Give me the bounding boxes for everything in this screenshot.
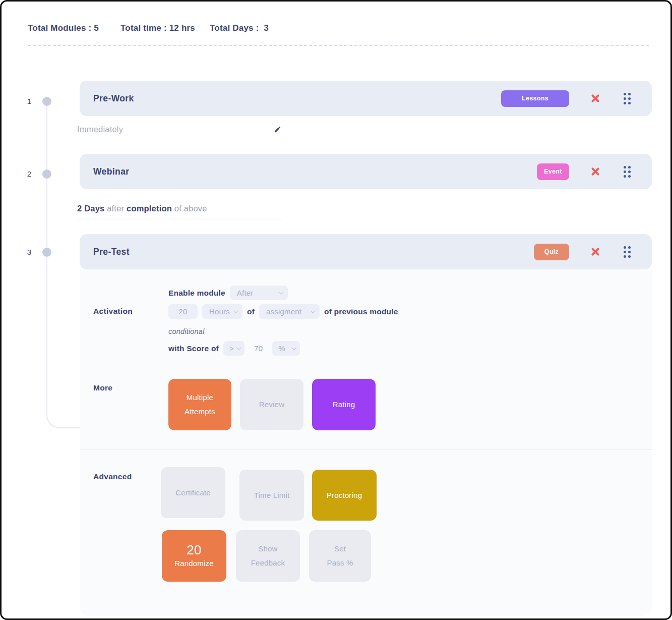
score-operator-value: > (229, 344, 234, 353)
module-type-badge[interactable]: Lessons (501, 90, 569, 107)
module-card-pre-test[interactable]: Pre-Test Quiz (80, 234, 652, 269)
module-title: Pre-Work (93, 93, 501, 104)
total-modules-stat: Total Modules : 5 (28, 23, 99, 33)
duration-input[interactable]: 20 (168, 304, 198, 319)
section-divider (80, 362, 652, 362)
of-label: of (247, 307, 255, 316)
summary-divider (28, 45, 649, 46)
score-label: with Score of (168, 344, 219, 353)
schedule-text: of above (172, 204, 207, 213)
module-schedule-row: Immediately (72, 125, 282, 141)
chevron-down-icon (311, 308, 316, 313)
drag-handle-icon[interactable] (624, 246, 631, 258)
trigger-event-value: assigment (266, 307, 301, 316)
module-type-badge[interactable]: Quiz (534, 244, 569, 260)
edit-schedule-button[interactable] (274, 126, 281, 133)
score-unit-value: % (278, 344, 285, 353)
timeline-connector (46, 101, 81, 428)
activation-label: Activation (93, 307, 133, 316)
score-condition-row: with Score of > 70 % (168, 341, 300, 356)
set-pass-button[interactable]: Set Pass % (309, 530, 371, 582)
after-dropdown-value: After (237, 289, 254, 297)
schedule-delay: 2 Days (77, 204, 104, 213)
section-divider (80, 449, 652, 450)
chevron-down-icon (233, 308, 238, 313)
after-dropdown[interactable]: After (230, 286, 288, 300)
activation-timing-row: 20 Hours of assigment of previous module (168, 304, 398, 319)
conditional-row: conditional (168, 324, 205, 339)
score-unit-dropdown[interactable]: % (272, 341, 300, 356)
trigger-event-dropdown[interactable]: assigment (259, 304, 320, 319)
score-operator-dropdown[interactable]: > (223, 341, 245, 356)
module-type-badge[interactable]: Event (537, 163, 569, 180)
module-actions: Event (537, 163, 631, 180)
close-icon (590, 246, 601, 257)
duration-value: 20 (178, 307, 187, 316)
module-schedule-row: 2 Days after completion of above (77, 204, 282, 219)
timeline-dot-2 (42, 170, 51, 179)
chevron-down-icon (292, 345, 297, 350)
multiple-attempts-button[interactable]: Multiple Attempts (168, 379, 231, 430)
module-settings-panel: Activation Enable module After 20 Hours … (80, 269, 652, 616)
timeline-number-1: 1 (24, 97, 34, 105)
drag-handle-icon[interactable] (624, 93, 631, 104)
advanced-label: Advanced (93, 472, 132, 481)
module-card-webinar[interactable]: Webinar Event (80, 154, 652, 189)
timeline-number-3: 3 (24, 248, 34, 256)
schedule-value: Immediately (77, 125, 123, 134)
show-feedback-button[interactable]: Show Feedback (236, 530, 300, 582)
delete-module-button[interactable] (589, 246, 601, 258)
module-title: Webinar (93, 166, 537, 177)
duration-unit-dropdown[interactable]: Hours (202, 304, 242, 319)
module-card-pre-work[interactable]: Pre-Work Lessons (80, 81, 652, 116)
proctoring-button[interactable]: Proctoring (312, 470, 377, 521)
more-label: More (93, 383, 112, 392)
duration-unit-value: Hours (209, 307, 230, 316)
close-icon (590, 93, 601, 104)
pencil-icon (274, 126, 281, 133)
certificate-button[interactable]: Certificate (161, 467, 225, 518)
randomize-button[interactable]: 20 Randomize (162, 530, 226, 582)
review-button[interactable]: Review (240, 379, 303, 430)
summary-bar: Total Modules : 5 Total time : 12 hrs To… (28, 23, 269, 33)
total-time-stat: Total time : 12 hrs (120, 23, 195, 33)
app-frame: Total Modules : 5 Total time : 12 hrs To… (0, 0, 672, 620)
timeline-dot-1 (42, 97, 51, 106)
randomize-label: Randomize (174, 558, 214, 570)
timeline-dot-3 (42, 248, 51, 257)
enable-module-label: Enable module (168, 289, 225, 298)
module-actions: Quiz (534, 244, 631, 260)
score-input[interactable]: 70 (254, 344, 263, 353)
chevron-down-icon (236, 345, 241, 350)
previous-module-label: of previous module (324, 307, 398, 316)
conditional-label: conditional (168, 327, 205, 335)
time-limit-button[interactable]: Time Limit (239, 470, 304, 521)
advanced-options-row-2: 20 Randomize Show Feedback Set Pass % (162, 530, 371, 582)
schedule-trigger: completion (127, 204, 172, 213)
advanced-options-row-1: Certificate Time Limit Proctoring (161, 467, 377, 521)
rating-button[interactable]: Rating (312, 379, 376, 430)
module-title: Pre-Test (93, 247, 534, 257)
delete-module-button[interactable] (589, 165, 601, 178)
module-actions: Lessons (501, 90, 631, 107)
chevron-down-icon (278, 290, 283, 295)
drag-handle-icon[interactable] (624, 166, 631, 178)
more-options-row: Multiple Attempts Review Rating (168, 379, 376, 430)
randomize-count: 20 (187, 542, 201, 558)
close-icon (590, 166, 601, 177)
timeline-number-2: 2 (24, 170, 34, 178)
enable-module-row: Enable module After (168, 286, 288, 300)
delete-module-button[interactable] (589, 92, 601, 104)
total-days-stat: Total Days : 3 (210, 23, 269, 33)
schedule-text: after (104, 204, 127, 213)
